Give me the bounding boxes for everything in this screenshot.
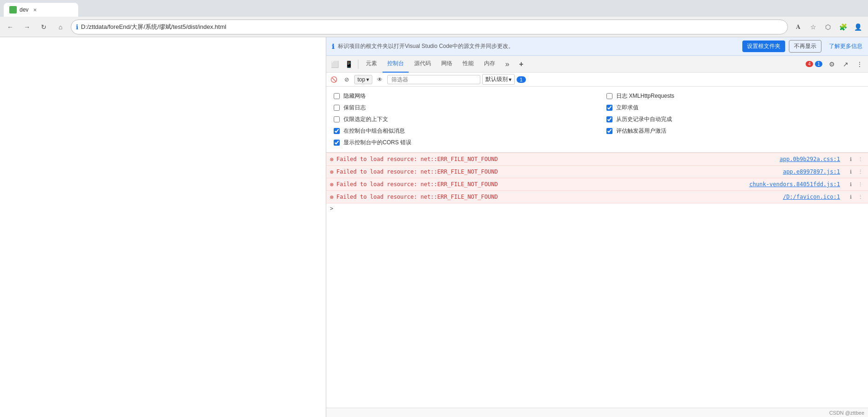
tab-sources[interactable]: 源代码 [410, 56, 436, 73]
error-info-icon-3[interactable]: ℹ [847, 180, 855, 188]
tab-elements[interactable]: 元素 [361, 56, 382, 73]
browser-toolbar-icons: 𝐀 ☆ ⬡ 🧩 👤 [792, 20, 864, 34]
collections-icon[interactable]: ⬡ [821, 20, 834, 34]
setting-eager-eval[interactable]: 立即求值 [606, 104, 861, 112]
device-toolbar-icon[interactable]: 📱 [342, 58, 355, 71]
console-arrow-symbol: > [330, 205, 333, 212]
clear-console-icon[interactable]: 🚫 [328, 74, 339, 85]
address-bar-row: ← → ↻ ⌂ ℹ D:/zttdata/foreEnd/大屏/系统/缪斌/te… [0, 17, 868, 37]
eager-eval-checkbox[interactable] [606, 105, 612, 111]
error-text-2: Failed to load resource: net::ERR_FILE_N… [336, 168, 780, 175]
selected-context-checkbox[interactable] [334, 116, 340, 122]
error-link-3[interactable]: chunk-vendors.84051fdd.js:1 [749, 181, 842, 188]
cors-errors-checkbox[interactable] [334, 140, 340, 146]
profile-icon[interactable]: 👤 [851, 20, 864, 34]
preserve-log-checkbox[interactable] [334, 105, 340, 111]
back-button[interactable]: ← [4, 20, 17, 34]
error-info-icon-2[interactable]: ℹ [847, 168, 855, 176]
eval-triggers-checkbox[interactable] [606, 128, 612, 134]
eye-icon[interactable]: 👁 [374, 74, 385, 85]
filter-icon[interactable]: ⊘ [341, 74, 352, 85]
error-icon-4: ⊗ [330, 194, 334, 201]
level-dropdown-icon: ▾ [509, 76, 511, 83]
home-button[interactable]: ⌂ [54, 20, 67, 34]
error-link-1[interactable]: app.0b9b292a.css:1 [780, 156, 842, 162]
group-similar-label: 在控制台中组合相似消息 [343, 127, 405, 135]
tab-console[interactable]: 控制台 [383, 56, 409, 73]
tab-network[interactable]: 网络 [437, 56, 457, 73]
more-options-icon[interactable]: ⋮ [853, 58, 866, 71]
hide-network-checkbox[interactable] [334, 93, 340, 99]
error-menu-icon-4[interactable]: ⋮ [856, 193, 864, 201]
msg-count-badge: 1 [517, 76, 526, 83]
error-actions-1: ℹ ⋮ [847, 155, 864, 163]
tab-console-label: 控制台 [387, 60, 404, 67]
level-selector[interactable]: 默认级别 ▾ [482, 74, 515, 85]
console-prompt[interactable]: > [326, 203, 868, 214]
context-selector[interactable]: top ▾ [354, 75, 372, 84]
settings-icon[interactable]: ⚙ [825, 58, 838, 71]
error-menu-icon-1[interactable]: ⋮ [856, 155, 864, 163]
toolbar-separator-1 [358, 60, 358, 69]
error-icon-3: ⊗ [330, 181, 334, 188]
inspect-element-icon[interactable]: ⬜ [328, 58, 341, 71]
error-actions-4: ℹ ⋮ [847, 193, 864, 201]
active-tab[interactable]: dev ✕ [4, 3, 78, 17]
error-row-4: ⊗ Failed to load resource: net::ERR_FILE… [326, 191, 868, 203]
error-menu-icon-2[interactable]: ⋮ [856, 168, 864, 176]
settings-right-col: 日志 XMLHttpRequests 立即求值 从历史记录中自动完成 评估触发器… [606, 92, 861, 147]
more-tabs-icon[interactable]: » [501, 58, 514, 71]
tab-performance-label: 性能 [463, 60, 474, 67]
settings-left-col: 隐藏网络 保留日志 仅限选定的上下文 在控制台中组合相似消息 [334, 92, 588, 147]
set-root-folder-button[interactable]: 设置根文件夹 [742, 40, 785, 52]
refresh-button[interactable]: ↻ [37, 20, 50, 34]
filter-input[interactable] [387, 75, 480, 84]
error-text-4: Failed to load resource: net::ERR_FILE_N… [336, 194, 780, 200]
group-similar-checkbox[interactable] [334, 128, 340, 134]
status-text: CSDN @zttbee [829, 410, 864, 416]
notification-info-icon: ℹ [332, 43, 334, 50]
error-info-icon-1[interactable]: ℹ [847, 155, 855, 163]
tab-close-icon[interactable]: ✕ [33, 7, 37, 13]
eval-triggers-label: 评估触发器用户激活 [616, 127, 666, 135]
setting-autocomplete[interactable]: 从历史记录中自动完成 [606, 115, 861, 123]
setting-preserve-log[interactable]: 保留日志 [334, 104, 588, 112]
add-tab-icon[interactable]: + [515, 58, 528, 71]
log-xhr-checkbox[interactable] [606, 93, 612, 99]
extensions-icon[interactable]: 🧩 [836, 20, 849, 34]
setting-cors-errors[interactable]: 显示控制台中的CORS 错误 [334, 139, 588, 147]
error-icon-1: ⊗ [330, 156, 334, 163]
error-menu-icon-3[interactable]: ⋮ [856, 180, 864, 188]
eager-eval-label: 立即求值 [616, 104, 639, 112]
error-text-1: Failed to load resource: net::ERR_FILE_N… [336, 156, 777, 162]
setting-selected-context[interactable]: 仅限选定的上下文 [334, 115, 588, 123]
autocomplete-checkbox[interactable] [606, 116, 612, 122]
error-row-3: ⊗ Failed to load resource: net::ERR_FILE… [326, 178, 868, 191]
setting-log-xhr[interactable]: 日志 XMLHttpRequests [606, 92, 861, 100]
error-info-icon-4[interactable]: ℹ [847, 193, 855, 201]
setting-eval-triggers[interactable]: 评估触发器用户激活 [606, 127, 861, 135]
learn-more-link[interactable]: 了解更多信息 [829, 42, 862, 50]
forward-button[interactable]: → [20, 20, 34, 34]
tab-memory[interactable]: 内存 [479, 56, 500, 73]
reader-mode-icon[interactable]: 𝐀 [792, 20, 805, 34]
context-dropdown-icon: ▾ [366, 76, 369, 83]
error-row-2: ⊗ Failed to load resource: net::ERR_FILE… [326, 166, 868, 178]
tab-elements-label: 元素 [366, 60, 377, 67]
error-link-4[interactable]: /D:/favicon.ico:1 [783, 194, 842, 200]
send-feedback-icon[interactable]: ↗ [839, 58, 852, 71]
dismiss-notification-button[interactable]: 不再显示 [789, 40, 821, 53]
notification-bar: ℹ 标识项目的根文件夹以打开Visual Studio Code中的源文件并同步… [326, 37, 868, 56]
address-bar[interactable]: ℹ D:/zttdata/foreEnd/大屏/系统/缪斌/test5/dist… [71, 20, 788, 34]
tab-bar: dev ✕ [0, 0, 868, 17]
setting-hide-network[interactable]: 隐藏网络 [334, 92, 588, 100]
status-bar: CSDN @zttbee [326, 408, 868, 417]
setting-group-similar[interactable]: 在控制台中组合相似消息 [334, 127, 588, 135]
tab-performance[interactable]: 性能 [458, 56, 478, 73]
error-row-1: ⊗ Failed to load resource: net::ERR_FILE… [326, 153, 868, 166]
preserve-log-label: 保留日志 [343, 104, 366, 112]
error-link-2[interactable]: app.e8997897.js:1 [783, 168, 842, 175]
console-settings-panel: 隐藏网络 保留日志 仅限选定的上下文 在控制台中组合相似消息 [326, 87, 868, 153]
tab-label: dev [20, 7, 28, 13]
favorites-star-icon[interactable]: ☆ [807, 20, 820, 34]
